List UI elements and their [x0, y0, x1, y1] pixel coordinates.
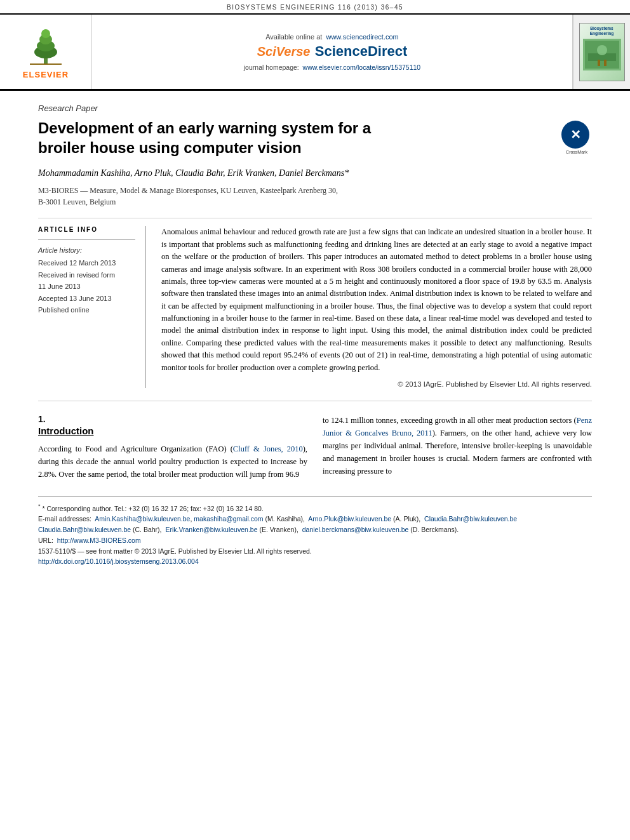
abstract-block: Anomalous animal behaviour and reduced g…: [161, 226, 592, 388]
doi-line: http://dx.doi.org/10.1016/j.biosystemsen…: [38, 556, 592, 567]
author2-note: (A. Pluk),: [393, 515, 420, 523]
email-link-4b[interactable]: Claudia.Bahr@biw.kuleuven.be: [38, 526, 131, 533]
received-revised-label: Received in revised form: [38, 270, 135, 281]
received-date: Received 12 March 2013: [38, 258, 135, 269]
email-link-4[interactable]: Claudia.Bahr@biw.kuleuven.be: [424, 515, 517, 523]
article-info-heading: ARTICLE INFO: [38, 226, 135, 233]
article-title: Development of an early warning system f…: [38, 118, 394, 157]
article-info-abstract-row: ARTICLE INFO Article history: Received 1…: [38, 226, 592, 388]
url-line: URL: http://www.M3-BIORES.com: [38, 535, 592, 546]
elsevier-wordmark: ELSEVIER: [23, 70, 69, 79]
history-label: Article history:: [38, 246, 135, 254]
svg-point-8: [597, 45, 607, 55]
affiliation-line2: B-3001 Leuven, Belgium: [38, 196, 592, 208]
cover-illustration: [585, 41, 619, 69]
cover-title-text: BiosystemsEngineering: [590, 26, 614, 37]
intro-text-right: to 124.1 million tonnes, exceeding growt…: [323, 414, 592, 477]
introduction-left-col: 1. Introduction According to Food and Ag…: [38, 414, 307, 481]
introduction-section: 1. Introduction According to Food and Ag…: [38, 414, 592, 481]
cover-image-area: [583, 39, 621, 70]
sciencedirect-block: Available online at www.sciencedirect.co…: [92, 15, 573, 89]
journal-homepage: journal homepage: www.elsevier.com/locat…: [244, 63, 420, 71]
main-content: Research Paper Development of an early w…: [0, 91, 630, 580]
email-link-1[interactable]: Amin.Kashiha@biw.kuleuven.be: [95, 515, 190, 523]
affiliation-line1: M3-BIORES — Measure, Model & Manage Bior…: [38, 185, 592, 196]
journal-cover-image: BiosystemsEngineering: [579, 23, 625, 81]
doi-link[interactable]: http://dx.doi.org/10.1016/j.biosystemsen…: [38, 557, 199, 565]
section-title: Introduction: [38, 425, 307, 436]
email-addresses-line-2: Claudia.Bahr@biw.kuleuven.be (C. Bahr), …: [38, 524, 592, 535]
issn-line: 1537-5110/$ — see front matter © 2013 IA…: [38, 546, 592, 557]
url-label: URL:: [38, 537, 53, 544]
ref-penz-junior[interactable]: Penz Junior & Goncalves Bruno, 2011: [323, 416, 592, 437]
header-section: ELSEVIER Available online at www.science…: [0, 15, 630, 91]
sciencedirect-logo-text: ScienceDirect: [315, 43, 408, 60]
affiliation-block: M3-BIORES — Measure, Model & Manage Bior…: [38, 185, 592, 208]
author4-note: (E. Vranken),: [259, 526, 298, 533]
crossmark-circle: ✕: [561, 121, 589, 149]
divider-1: [38, 218, 592, 218]
article-type-label: Research Paper: [38, 103, 592, 113]
email-addresses-line: E-mail addresses: Amin.Kashiha@biw.kuleu…: [38, 514, 592, 524]
received-revised-date: 11 June 2013: [38, 281, 135, 292]
email-link-6[interactable]: daniel.berckmans@biw.kuleuven.be: [302, 526, 409, 533]
journal-bar-text: BIOSYSTEMS ENGINEERING 116 (2013) 36–45: [227, 4, 403, 11]
available-text: Available online at www.sciencedirect.co…: [265, 33, 399, 41]
author1-note: (M. Kashiha),: [265, 515, 305, 523]
ref-cluff-jones[interactable]: Cluff & Jones, 2010: [233, 444, 303, 453]
author5-note: (D. Berckmans).: [410, 526, 459, 533]
email-link-2[interactable]: makashiha@gmail.com: [194, 515, 263, 523]
email-link-5[interactable]: Erik.Vranken@biw.kuleuven.be: [165, 526, 257, 533]
svg-rect-9: [598, 60, 600, 66]
asterisk-icon: *: [38, 503, 41, 509]
abstract-text: Anomalous animal behaviour and reduced g…: [161, 226, 592, 374]
published-online: Published online: [38, 305, 135, 316]
crossmark-block: ✕ CrossMark: [561, 121, 592, 151]
svg-rect-10: [604, 60, 607, 66]
sciencedirect-url[interactable]: www.sciencedirect.com: [326, 33, 398, 41]
elsevier-logo-block: ELSEVIER: [0, 15, 92, 89]
title-crossmark-row: Development of an early warning system f…: [38, 118, 592, 166]
crossmark-icon: ✕: [570, 127, 581, 142]
crossmark-label: CrossMark: [561, 150, 592, 154]
corresponding-text: * Corresponding author. Tel.: +32 (0) 16…: [42, 504, 263, 512]
section-number: 1.: [38, 414, 307, 424]
authors-line: Mohammadamin Kashiha, Arno Pluk, Claudia…: [38, 166, 592, 180]
svg-rect-5: [30, 63, 62, 65]
section-divider: [38, 401, 592, 401]
sciverse-text: SciVerse: [257, 44, 311, 59]
elsevier-tree-icon: [17, 24, 74, 67]
journal-cover-block: BiosystemsEngineering: [573, 15, 630, 89]
email-link-3[interactable]: Arno.Pluk@biw.kuleuven.be: [308, 515, 391, 523]
journal-homepage-link[interactable]: www.elsevier.com/locate/issn/15375110: [303, 63, 421, 71]
copyright-line: © 2013 IAgrE. Published by Elsevier Ltd.…: [161, 380, 592, 388]
author3-note: (C. Bahr),: [133, 526, 162, 533]
journal-bar: BIOSYSTEMS ENGINEERING 116 (2013) 36–45: [0, 0, 630, 15]
svg-point-4: [41, 29, 50, 38]
introduction-right-col: to 124.1 million tonnes, exceeding growt…: [323, 414, 592, 481]
accepted-date: Accepted 13 June 2013: [38, 293, 135, 304]
footnote-section: * * Corresponding author. Tel.: +32 (0) …: [38, 496, 592, 567]
m3-biores-url[interactable]: http://www.M3-BIORES.com: [57, 537, 141, 544]
sciverse-logo-block: SciVerse ScienceDirect: [257, 43, 408, 60]
info-divider: [38, 239, 135, 240]
article-info-column: ARTICLE INFO Article history: Received 1…: [38, 226, 146, 388]
intro-text-left: According to Food and Agriculture Organi…: [38, 443, 307, 481]
corresponding-author-note: * * Corresponding author. Tel.: +32 (0) …: [38, 502, 592, 514]
email-label: E-mail addresses:: [38, 515, 91, 523]
